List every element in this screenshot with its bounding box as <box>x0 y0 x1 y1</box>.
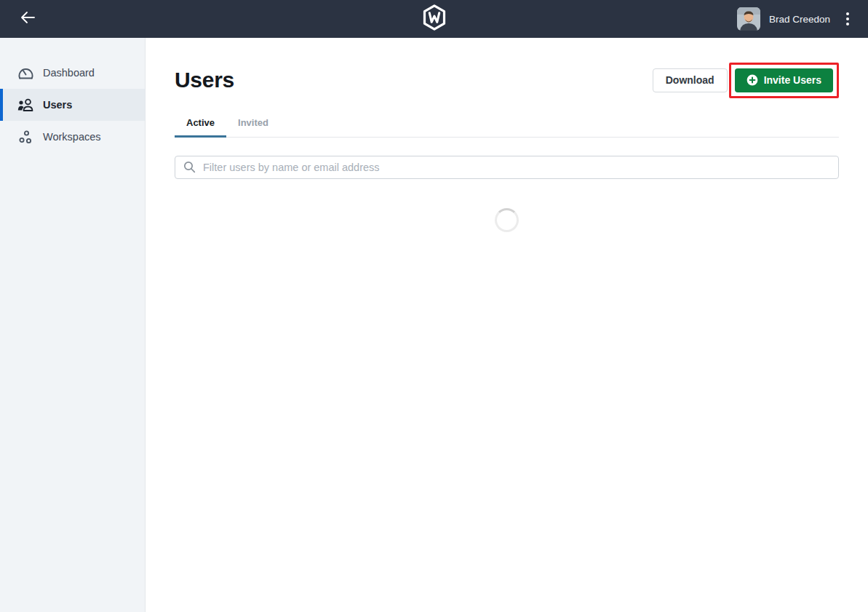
sidebar-item-label: Dashboard <box>43 67 95 79</box>
sidebar-item-label: Users <box>43 99 72 111</box>
download-button[interactable]: Download <box>653 68 728 92</box>
arrow-left-icon <box>20 11 36 27</box>
loading-spinner <box>495 208 519 232</box>
workspaces-icon <box>17 130 33 144</box>
sidebar-item-workspaces[interactable]: Workspaces <box>0 121 145 153</box>
invite-users-label: Invite Users <box>764 74 821 86</box>
kebab-menu-icon[interactable] <box>839 7 856 31</box>
user-name[interactable]: Brad Creedon <box>769 14 830 25</box>
hexagon-w-logo-icon <box>421 4 447 34</box>
sidebar-item-dashboard[interactable]: Dashboard <box>0 57 145 89</box>
invite-users-button[interactable]: Invite Users <box>735 68 833 92</box>
page-title: Users <box>175 68 234 92</box>
user-avatar[interactable] <box>737 7 760 31</box>
filter-users-input[interactable] <box>175 156 839 179</box>
sidebar-item-label: Workspaces <box>43 131 101 143</box>
sidebar-item-users[interactable]: Users <box>0 89 145 121</box>
app-logo[interactable] <box>421 4 447 34</box>
main-content: Users Download Invite Users <box>146 38 868 612</box>
users-tabs: Active Invited <box>175 111 839 138</box>
users-icon <box>17 98 33 111</box>
sidebar: Dashboard Users Workspace <box>0 38 146 612</box>
back-button[interactable] <box>16 7 39 31</box>
tab-active[interactable]: Active <box>175 111 226 138</box>
plus-circle-icon <box>746 74 758 86</box>
top-navigation-bar: Brad Creedon <box>0 0 868 38</box>
invite-users-annotation-highlight: Invite Users <box>729 63 839 98</box>
tab-invited[interactable]: Invited <box>226 111 280 138</box>
gauge-icon <box>17 66 33 80</box>
